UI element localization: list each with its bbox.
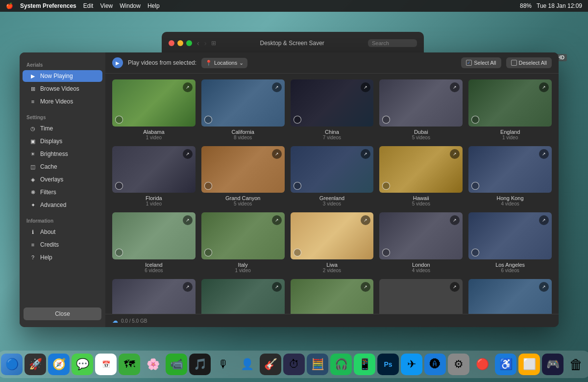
checkbox-dubai[interactable]	[382, 116, 390, 124]
sidebar-item-time[interactable]: ◷ Time	[23, 123, 102, 134]
video-card-china[interactable]: ↗ China 7 videos	[291, 79, 374, 140]
menubar-help[interactable]: Help	[147, 2, 160, 9]
select-all-button[interactable]: ✓ Select All	[461, 57, 501, 68]
checkbox-iceland[interactable]	[115, 249, 123, 256]
video-card-hongkong[interactable]: ↗ Hong Kong 4 videos	[468, 146, 552, 207]
dock-safari-icon[interactable]: 🧭	[48, 354, 70, 375]
menubar-window[interactable]: Window	[120, 2, 141, 9]
share-icon-oregon[interactable]: ↗	[361, 282, 370, 292]
dock-spotify-icon[interactable]: 🎧	[330, 354, 352, 375]
share-icon-florida[interactable]: ↗	[183, 149, 193, 159]
checkbox-california[interactable]	[204, 116, 212, 124]
share-icon-iceland[interactable]: ↗	[183, 215, 193, 225]
dock-facetime-icon[interactable]: 📹	[166, 354, 187, 375]
share-icon-alabama[interactable]: ↗	[183, 82, 193, 92]
sidebar-item-help[interactable]: ? Help	[23, 252, 102, 263]
bg-search-field[interactable]: Search	[368, 39, 417, 47]
checkbox-hongkong[interactable]	[471, 182, 479, 190]
video-card-oregon[interactable]: ↗ Oregon	[291, 279, 374, 314]
dock-chrome-icon[interactable]: 🔴	[471, 354, 493, 375]
dock-messages-icon[interactable]: 💬	[72, 354, 93, 375]
video-card-sanfrancisco[interactable]: ↗ San Francisco	[468, 279, 552, 314]
dock-podcasts-icon[interactable]: 🎙	[213, 354, 234, 375]
dock-trash-icon[interactable]: 🗑	[565, 354, 587, 375]
checkbox-hawaii[interactable]	[382, 182, 390, 190]
dock-klokki-icon[interactable]: ⏱	[283, 354, 305, 375]
sidebar-item-now-playing[interactable]: ▶ Now Playing	[23, 70, 102, 82]
share-icon-italy[interactable]: ↗	[272, 215, 282, 225]
dock-photoshop-icon[interactable]: Ps	[377, 354, 399, 375]
sidebar-item-overlays[interactable]: ◈ Overlays	[23, 174, 102, 185]
share-icon-hawaii[interactable]: ↗	[450, 149, 460, 159]
share-icon-patagonia[interactable]: ↗	[450, 282, 460, 292]
sidebar-item-advanced[interactable]: ✦ Advanced	[23, 199, 102, 211]
checkbox-greenland[interactable]	[294, 182, 301, 190]
video-card-nevada[interactable]: ↗ Nevada	[112, 279, 196, 314]
dock-whatsapp-icon[interactable]: 📱	[354, 354, 375, 375]
share-icon-sanfrancisco[interactable]: ↗	[539, 282, 549, 292]
dock-arcade-icon[interactable]: 🎮	[542, 354, 564, 375]
sidebar-item-cache[interactable]: ◫ Cache	[23, 161, 102, 173]
grid-view-icon[interactable]: ⊞	[211, 40, 216, 47]
dock-contacts-icon[interactable]: 👤	[236, 354, 258, 375]
video-card-newyork[interactable]: ↗ New York	[201, 279, 285, 314]
checkbox-grandcanyon[interactable]	[204, 182, 212, 190]
checkbox-england[interactable]	[471, 116, 479, 124]
share-icon-nevada[interactable]: ↗	[183, 282, 193, 292]
checkbox-italy[interactable]	[204, 249, 212, 256]
share-icon-hongkong[interactable]: ↗	[539, 149, 549, 159]
maximize-traffic-light[interactable]	[186, 40, 192, 46]
dock-photos-icon[interactable]: 🌸	[142, 354, 164, 375]
share-icon-liwa[interactable]: ↗	[361, 215, 370, 225]
share-icon-greenland[interactable]: ↗	[361, 149, 370, 159]
video-card-patagonia[interactable]: ↗ Patagonia	[379, 279, 463, 314]
close-traffic-light[interactable]	[169, 40, 174, 46]
sidebar-item-filters[interactable]: ❋ Filters	[23, 186, 102, 198]
video-card-italy[interactable]: ↗ Italy 1 video	[201, 212, 285, 273]
dock-calendar-icon[interactable]: 📅	[95, 354, 117, 375]
sidebar-item-more-videos[interactable]: ≡ More Videos	[23, 96, 102, 107]
sidebar-item-brightness[interactable]: ☀ Brightness	[23, 148, 102, 160]
dock-capo-icon[interactable]: 🎸	[260, 354, 281, 375]
deselect-all-button[interactable]: Deselect All	[506, 57, 552, 68]
dock-appstore-icon[interactable]: 🅐	[424, 354, 446, 375]
share-icon-london[interactable]: ↗	[450, 215, 460, 225]
share-icon-newyork[interactable]: ↗	[272, 282, 282, 292]
checkbox-losangeles[interactable]	[471, 249, 479, 256]
close-button[interactable]: Close	[24, 307, 101, 320]
nav-back-icon[interactable]: ‹	[197, 39, 199, 47]
share-icon-china[interactable]: ↗	[361, 82, 370, 92]
video-card-hawaii[interactable]: ↗ Hawaii 5 videos	[379, 146, 463, 207]
dock-accessibility-icon[interactable]: ♿	[495, 354, 516, 375]
sidebar-item-browse-videos[interactable]: ⊞ Browse Videos	[23, 83, 102, 95]
dock-launchpad-icon[interactable]: 🚀	[24, 354, 46, 375]
video-card-grandcanyon[interactable]: ↗ Grand Canyon 5 videos	[201, 146, 285, 207]
checkbox-florida[interactable]	[115, 182, 123, 190]
menubar-app-name[interactable]: System Preferences	[20, 2, 76, 9]
menubar-edit[interactable]: Edit	[83, 2, 94, 9]
video-card-dubai[interactable]: ↗ Dubai 5 videos	[379, 79, 463, 140]
dock-mosaic-icon[interactable]: ⬜	[518, 354, 540, 375]
dock-music-icon[interactable]: 🎵	[189, 354, 211, 375]
dock-finder-icon[interactable]: 🔵	[1, 354, 23, 375]
share-icon-dubai[interactable]: ↗	[450, 82, 460, 92]
share-icon-england[interactable]: ↗	[539, 82, 549, 92]
minimize-traffic-light[interactable]	[177, 40, 183, 46]
share-icon-california[interactable]: ↗	[272, 82, 282, 92]
sidebar-item-credits[interactable]: ≡ Credits	[23, 239, 102, 251]
video-card-england[interactable]: ↗ England 1 video	[468, 79, 552, 140]
checkbox-china[interactable]	[294, 116, 301, 124]
video-card-liwa[interactable]: ↗ Liwa 2 videos	[291, 212, 374, 273]
dock-sysprefs-icon[interactable]: ⚙	[448, 354, 469, 375]
sidebar-item-displays[interactable]: ▣ Displays	[23, 135, 102, 147]
video-card-iceland[interactable]: ↗ Iceland 6 videos	[112, 212, 196, 273]
checkbox-liwa[interactable]	[294, 249, 301, 256]
menubar-view[interactable]: View	[100, 2, 113, 9]
share-icon-losangeles[interactable]: ↗	[539, 215, 549, 225]
apple-logo-icon[interactable]: 🍎	[6, 2, 13, 9]
video-card-london[interactable]: ↗ London 4 videos	[379, 212, 463, 273]
checkbox-alabama[interactable]	[115, 116, 123, 124]
sidebar-item-about[interactable]: ℹ About	[23, 226, 102, 238]
share-icon-grandcanyon[interactable]: ↗	[272, 149, 282, 159]
video-card-alabama[interactable]: ↗ Alabama 1 video	[112, 79, 196, 140]
